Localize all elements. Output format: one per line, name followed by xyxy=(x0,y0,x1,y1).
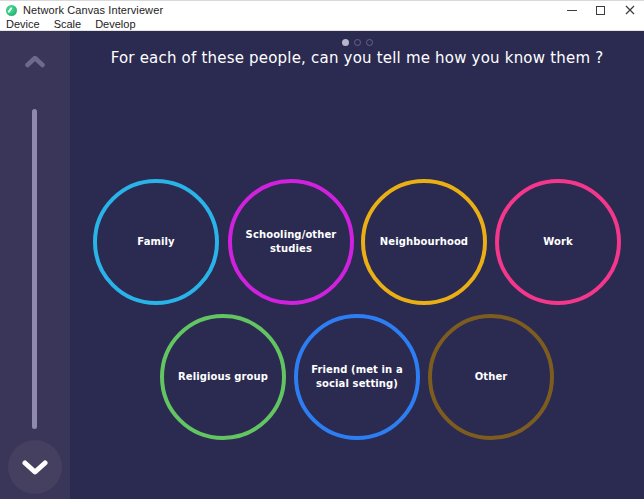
category-label: Schooling/other studies xyxy=(234,228,348,256)
categorical-bin-stage: For each of these people, can you tell m… xyxy=(70,31,644,499)
chevron-down-icon xyxy=(22,460,48,475)
title-bar: Network Canvas Interviewer xyxy=(0,0,644,19)
category-label: Family xyxy=(99,235,213,249)
category-node[interactable]: Schooling/other studies xyxy=(228,179,354,305)
category-label: Work xyxy=(501,235,615,249)
category-label: Friend (met in a social setting) xyxy=(300,363,414,391)
menu-item-scale[interactable]: Scale xyxy=(54,19,82,30)
menu-bar: Device Scale Develop xyxy=(0,19,644,31)
menu-item-device[interactable]: Device xyxy=(6,19,40,30)
maximize-icon xyxy=(596,6,605,15)
stage-prompt: For each of these people, can you tell m… xyxy=(70,49,644,67)
maximize-button[interactable] xyxy=(586,1,615,19)
category-label: Other xyxy=(434,370,548,384)
pagination-dots xyxy=(70,39,644,46)
next-stage-button[interactable] xyxy=(8,440,62,494)
category-node[interactable]: Family xyxy=(93,179,219,305)
category-node[interactable]: Religious group xyxy=(160,314,286,440)
window-controls xyxy=(557,1,644,19)
category-node[interactable]: Work xyxy=(495,179,621,305)
category-node[interactable]: Neighbourhood xyxy=(361,179,487,305)
timeline-sidebar xyxy=(0,31,70,499)
minimize-button[interactable] xyxy=(557,1,586,19)
category-label: Neighbourhood xyxy=(367,235,481,249)
close-icon xyxy=(625,5,635,15)
timeline-progress-bar xyxy=(32,109,37,429)
chevron-up-icon[interactable] xyxy=(25,55,45,68)
close-button[interactable] xyxy=(615,1,644,19)
pagination-dot xyxy=(342,39,349,46)
category-node[interactable]: Other xyxy=(428,314,554,440)
app-logo-icon xyxy=(6,5,17,16)
pagination-dot xyxy=(366,39,373,46)
category-label: Religious group xyxy=(166,370,280,384)
menu-item-develop[interactable]: Develop xyxy=(95,19,135,30)
minimize-icon xyxy=(567,10,577,11)
window-title: Network Canvas Interviewer xyxy=(23,4,163,16)
pagination-dot xyxy=(354,39,361,46)
app-window: For each of these people, can you tell m… xyxy=(0,31,644,499)
category-node[interactable]: Friend (met in a social setting) xyxy=(294,314,420,440)
